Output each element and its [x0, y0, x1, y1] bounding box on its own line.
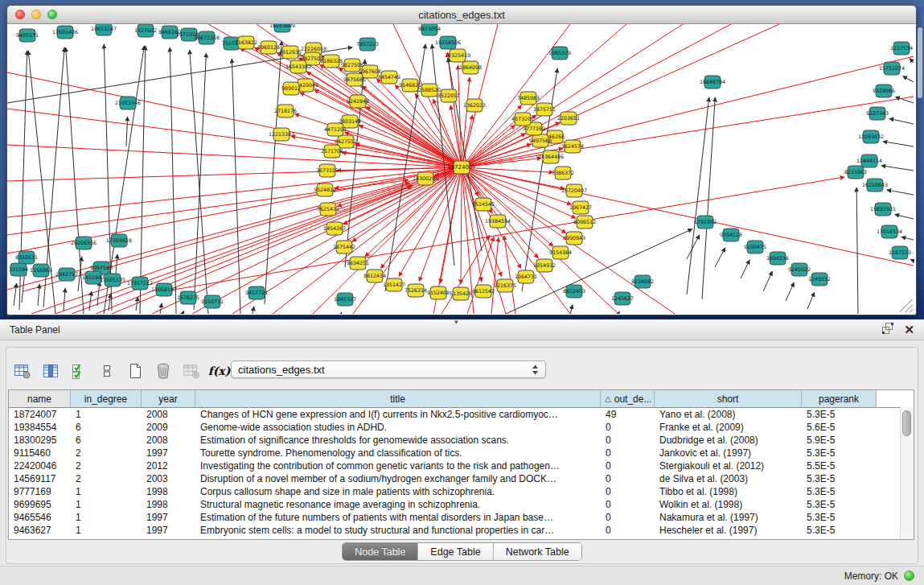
graph-node[interactable]: 7485083: [517, 92, 540, 105]
graph-node[interactable]: 9405571: [16, 29, 39, 42]
window-resize-grip[interactable]: [900, 299, 913, 312]
graph-node[interactable]: 1245032: [808, 273, 831, 286]
table-cell[interactable]: 0: [601, 525, 655, 536]
graph-node[interactable]: 16648784: [700, 76, 725, 89]
tab-node-table[interactable]: Node Table: [343, 543, 418, 560]
graph-edge[interactable]: [7, 145, 462, 167]
table-cell[interactable]: 2: [71, 447, 142, 459]
graph-edge[interactable]: [14, 283, 17, 306]
table-cell[interactable]: 1997: [142, 512, 195, 523]
minimize-window-button[interactable]: [31, 10, 41, 19]
table-cell[interactable]: 5.3E-5: [802, 447, 877, 459]
graph-node[interactable]: 19384554: [485, 215, 511, 228]
graph-node[interactable]: 8612453: [563, 285, 585, 298]
graph-node[interactable]: 7163822: [235, 36, 257, 49]
graph-node[interactable]: 9245022: [788, 263, 811, 276]
table-cell[interactable]: 0: [601, 447, 655, 459]
table-cell[interactable]: Structural magnetic resonance image aver…: [195, 499, 601, 510]
splitpane-handle-icon[interactable]: ▾: [454, 318, 458, 326]
graph-node[interactable]: 1156863: [30, 264, 52, 277]
table-cell[interactable]: Stergiakouli et al. (2012): [655, 460, 802, 472]
table-cell[interactable]: 2: [71, 473, 142, 484]
graph-edge[interactable]: [903, 76, 914, 82]
graph-node[interactable]: 1167533: [889, 246, 911, 259]
close-window-button[interactable]: [15, 10, 25, 19]
table-cell[interactable]: 0: [601, 486, 655, 497]
graph-node[interactable]: 7625431: [317, 203, 339, 216]
scrollbar-thumb[interactable]: [902, 410, 911, 436]
table-cell[interactable]: 1: [71, 512, 142, 523]
memory-ok-indicator[interactable]: [904, 571, 914, 581]
table-cell[interactable]: Changes of HCN gene expression and I(f) …: [195, 409, 601, 420]
graph-node[interactable]: 1064731: [515, 270, 537, 283]
table-cell[interactable]: Dudbridge et al. (2008): [655, 435, 802, 446]
new-file-icon[interactable]: [124, 360, 146, 382]
graph-node[interactable]: 16210643: [862, 179, 888, 192]
table-cell[interactable]: 49: [601, 409, 655, 420]
column-header-pagerank[interactable]: pagerank: [802, 390, 877, 407]
graph-edge[interactable]: [786, 282, 794, 301]
graph-edge[interactable]: [889, 118, 914, 124]
graph-node[interactable]: 8215953: [844, 166, 867, 179]
graph-node[interactable]: 1527602: [134, 24, 157, 37]
graph-node[interactable]: 1045327: [334, 293, 356, 306]
graph-node[interactable]: 1362023: [463, 99, 486, 112]
graph-edge[interactable]: [618, 311, 619, 314]
graph-node[interactable]: 2203651: [557, 112, 580, 125]
graph-node[interactable]: 8960128: [257, 41, 280, 54]
graph-edge[interactable]: [570, 305, 573, 314]
table-cell[interactable]: 1: [71, 525, 142, 536]
graph-node[interactable]: 8522057: [437, 89, 460, 102]
graph-node[interactable]: 9152408: [427, 286, 450, 299]
graph-edge[interactable]: [97, 282, 100, 306]
graph-node[interactable]: 20206556: [71, 237, 97, 249]
table-cell[interactable]: Disruption of a novel member of a sodium…: [195, 473, 601, 484]
graph-node[interactable]: 10653287: [91, 24, 117, 35]
table-cell[interactable]: 1998: [142, 486, 195, 497]
table-cell[interactable]: Tibbo et al. (1998): [655, 486, 802, 497]
graph-edge[interactable]: [763, 271, 772, 291]
graph-node[interactable]: 17957222: [127, 277, 153, 290]
graph-node[interactable]: 7857223: [356, 38, 379, 51]
table-cell[interactable]: Wolkin et al. (1998): [655, 499, 802, 510]
table-cell[interactable]: 5.3E-5: [802, 525, 877, 536]
table-cell[interactable]: 5.3E-5: [802, 512, 877, 523]
graph-node[interactable]: 9100475: [744, 241, 766, 253]
graph-node[interactable]: 8912935: [279, 46, 302, 59]
network-canvas[interactable]: 9405571176914061065328715276028466160107…: [7, 24, 914, 314]
table-cell[interactable]: 5.5E-5: [802, 460, 877, 472]
graph-edge[interactable]: [910, 58, 914, 63]
table-cell[interactable]: de Silva et al. (2003): [655, 473, 802, 484]
table-cell[interactable]: 1998: [142, 499, 195, 510]
table-cell[interactable]: 0: [601, 512, 655, 523]
table-cell[interactable]: 5.3E-5: [802, 499, 877, 510]
graph-node[interactable]: 1054932: [533, 259, 556, 272]
table-cell[interactable]: 22420046: [9, 460, 71, 472]
table-selector-dropdown[interactable]: citations_edges.txt: [231, 360, 546, 378]
graph-node[interactable]: 9227343: [866, 107, 889, 120]
table-cell[interactable]: Nakamura et al. (1997): [655, 512, 802, 523]
column-header-name[interactable]: name: [9, 390, 71, 407]
table-cell[interactable]: Investigating the contribution of common…: [195, 460, 601, 472]
graph-node[interactable]: 1694236: [766, 252, 789, 265]
graph-edge[interactable]: [140, 46, 146, 314]
table-cell[interactable]: 2003: [142, 473, 195, 484]
table-cell[interactable]: 0: [601, 422, 655, 433]
table-cell[interactable]: Hescheler et al. (1997): [655, 525, 802, 536]
table-cell[interactable]: 2: [71, 460, 142, 472]
table-cell[interactable]: 5.3E-5: [802, 486, 877, 497]
table-cell[interactable]: 1: [71, 499, 142, 510]
graph-node[interactable]: 5135426: [450, 287, 472, 300]
graph-node[interactable]: 9154364: [549, 246, 572, 259]
table-cell[interactable]: 18300295: [9, 435, 71, 446]
table-cell[interactable]: 0: [601, 473, 655, 484]
graph-edge[interactable]: [183, 311, 184, 314]
graph-edge[interactable]: [190, 50, 208, 314]
graph-node[interactable]: 1454267: [323, 222, 346, 235]
table-cell[interactable]: Genome-wide association studies in ADHD.: [195, 422, 601, 433]
graph-node[interactable]: 9242848: [347, 95, 369, 108]
column-header-short[interactable]: short: [655, 390, 802, 407]
graph-edge[interactable]: [462, 77, 470, 167]
table-cell[interactable]: Tourette syndrome. Phenomenology and cla…: [195, 447, 601, 459]
graph-edge[interactable]: [467, 237, 494, 314]
